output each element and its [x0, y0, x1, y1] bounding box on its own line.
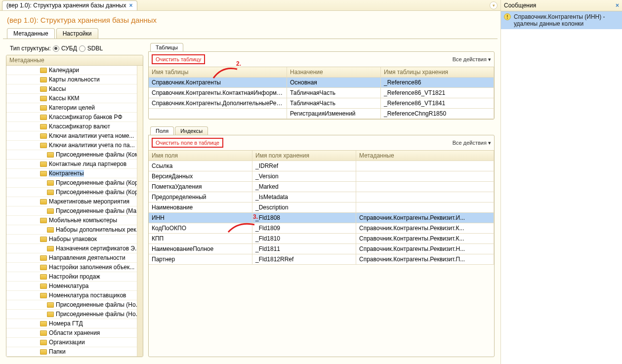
- clear-table-button[interactable]: Очистить таблицу: [152, 54, 205, 64]
- table-row[interactable]: Ссылка_IDRRef: [149, 161, 494, 171]
- all-actions-fields[interactable]: Все действия ▾: [453, 140, 491, 146]
- tree-item-label: Присоединенные файлы (Кор...: [56, 189, 137, 196]
- radio-subd[interactable]: [53, 45, 59, 52]
- structure-type-row: Тип структуры: СУБД SDBL: [6, 43, 143, 55]
- tab-fields[interactable]: Поля: [150, 126, 174, 135]
- table-row[interactable]: Справочник.КонтрагентыОсновная_Reference…: [149, 78, 494, 88]
- tree-item-label: Области хранения: [49, 329, 100, 336]
- tree-item[interactable]: Категории целей: [6, 103, 137, 113]
- catalog-icon: [47, 312, 54, 317]
- table-row[interactable]: ВерсияДанных_Version: [149, 171, 494, 182]
- tree-item-label: Номенклатура: [49, 283, 89, 289]
- table-row[interactable]: НаименованиеПолное_Fld1811Справочник.Кон…: [149, 244, 494, 254]
- tree-item[interactable]: Организации: [6, 338, 137, 347]
- table-row[interactable]: ИНН_Fld1808Справочник.Контрагенты.Реквиз…: [149, 213, 494, 223]
- table-row[interactable]: КодПоОКПО_Fld1809Справочник.Контрагенты.…: [149, 223, 494, 234]
- tree-item[interactable]: Настройки продаж: [6, 272, 137, 282]
- catalog-icon: [47, 302, 54, 308]
- col-table-name[interactable]: Имя таблицы: [149, 67, 287, 78]
- table-row[interactable]: РегистрацияИзменений_ReferenceChngR1850: [149, 109, 494, 119]
- clear-field-button[interactable]: Очистить поле в таблице: [152, 138, 223, 148]
- tree-item[interactable]: Присоединенные файлы (Но...: [6, 300, 137, 310]
- tree-item-label: Кассы ККМ: [49, 95, 80, 102]
- col-field-metadata[interactable]: Метаданные: [356, 151, 494, 161]
- catalog-icon: [40, 265, 47, 270]
- tree-item[interactable]: Присоединенные файлы (Кор...: [6, 188, 137, 197]
- catalog-icon: [40, 283, 47, 289]
- tree-item[interactable]: Классификатор банков РФ: [6, 113, 137, 122]
- table-row[interactable]: Предопределенный_IsMetadata: [149, 192, 494, 202]
- tree-item[interactable]: Маркетинговые мероприятия: [6, 197, 137, 206]
- tree-item[interactable]: Мобильные компьютеры: [6, 216, 137, 225]
- tree-item[interactable]: Классификатор валют: [6, 122, 137, 131]
- tree-item[interactable]: Номенклатура поставщиков: [6, 291, 137, 300]
- tree-item[interactable]: Присоединенные файлы (Кор...: [6, 178, 137, 188]
- tree-item[interactable]: Контрагенты: [6, 169, 137, 178]
- catalog-icon: [40, 171, 47, 176]
- col-field-name[interactable]: Имя поля: [149, 151, 252, 161]
- catalog-icon: [40, 96, 47, 101]
- tree-item[interactable]: Календари: [6, 66, 137, 75]
- catalog-icon: [40, 105, 47, 111]
- chevron-down-icon[interactable]: ▾: [490, 1, 498, 9]
- col-storage-name[interactable]: Имя таблицы хранения: [381, 67, 494, 78]
- tree-item-label: Номера ГТД: [49, 320, 83, 327]
- tree-item[interactable]: Кассы ККМ: [6, 94, 137, 103]
- table-row[interactable]: Партнер_Fld1812RRefСправочник.Контрагент…: [149, 254, 494, 265]
- tree-item-label: Карты лояльности: [49, 76, 100, 83]
- tree-item[interactable]: Настройки заполнения объек...: [6, 263, 137, 272]
- tree-item[interactable]: Контактные лица партнеров: [6, 160, 137, 169]
- tree-item-label: Категории целей: [49, 104, 95, 111]
- table-row[interactable]: ПометкаУдаления_Marked: [149, 182, 494, 192]
- tree-item-label: Направления деятельности: [49, 254, 125, 261]
- tree-item-label: Наборы упаковок: [49, 236, 97, 243]
- tree-item[interactable]: Присоединенные файлы (Но...: [6, 310, 137, 319]
- tab-tables[interactable]: Таблицы: [150, 43, 183, 51]
- scrollbar[interactable]: [137, 66, 143, 357]
- catalog-icon: [40, 124, 47, 129]
- catalog-icon: [40, 133, 47, 139]
- main-tabs: Метаданные Настройки: [0, 28, 500, 39]
- tree-item[interactable]: Назначения сертификатов Э...: [6, 244, 137, 253]
- tree-item[interactable]: Ключи аналитики учета по па...: [6, 141, 137, 150]
- metadata-tree[interactable]: КалендариКарты лояльностиКассыКассы ККМК…: [6, 66, 137, 357]
- structure-type-label: Тип структуры:: [10, 45, 51, 52]
- tree-item[interactable]: Кассы: [6, 84, 137, 94]
- tab-indexes[interactable]: Индексы: [175, 126, 208, 135]
- radio-sdbl[interactable]: [79, 45, 85, 52]
- tree-item[interactable]: Присоединенные файлы (Мар...: [6, 206, 137, 216]
- window-tab[interactable]: (вер 1.0): Структура хранения базы данны…: [2, 0, 137, 10]
- tree-item[interactable]: Наборы дополнительных рек...: [6, 225, 137, 235]
- message-item[interactable]: ! Справочник.Контрагенты (ИНН) - удалены…: [501, 11, 622, 29]
- table-row[interactable]: КПП_Fld1810Справочник.Контрагенты.Реквиз…: [149, 234, 494, 244]
- tree-item-label: Наборы дополнительных рек...: [56, 226, 137, 233]
- catalog-icon: [40, 199, 47, 204]
- tree-item[interactable]: Ключи аналитики учета номе...: [6, 131, 137, 141]
- tab-settings[interactable]: Настройки: [56, 28, 98, 39]
- tree-item[interactable]: Области хранения: [6, 328, 137, 338]
- table-row[interactable]: Справочник.Контрагенты.ДополнительныеРек…: [149, 98, 494, 109]
- tree-item[interactable]: Карты лояльности: [6, 75, 137, 84]
- catalog-icon: [40, 162, 47, 167]
- tree-item[interactable]: Наборы упаковок: [6, 235, 137, 244]
- table-row[interactable]: Справочник.Контрагенты.КонтактнаяИнформа…: [149, 88, 494, 98]
- table-row[interactable]: Наименование_Description: [149, 202, 494, 213]
- tree-item[interactable]: Папки: [6, 347, 137, 357]
- tree-item[interactable]: Номера ГТД: [6, 319, 137, 328]
- fields-grid: Имя поля Имя поля хранения Метаданные Сс…: [149, 150, 494, 265]
- message-text: Справочник.Контрагенты (ИНН) - удалены д…: [514, 13, 619, 27]
- tables-grid: Имя таблицы Назначение Имя таблицы хране…: [149, 67, 494, 119]
- tree-item-label: Классификатор банков РФ: [49, 114, 123, 121]
- tree-item[interactable]: Присоединенные файлы (Ком...: [6, 150, 137, 160]
- tab-metadata[interactable]: Метаданные: [7, 28, 55, 39]
- catalog-icon: [47, 227, 54, 233]
- tree-item[interactable]: Направления деятельности: [6, 253, 137, 263]
- messages-close-icon[interactable]: ×: [616, 2, 619, 9]
- tree-item[interactable]: Номенклатура: [6, 282, 137, 291]
- col-purpose[interactable]: Назначение: [287, 67, 381, 78]
- tree-item-label: Организации: [49, 339, 85, 346]
- catalog-icon: [40, 293, 47, 298]
- close-icon[interactable]: ×: [129, 2, 133, 9]
- col-field-storage[interactable]: Имя поля хранения: [252, 151, 356, 161]
- all-actions-tables[interactable]: Все действия ▾: [453, 56, 491, 63]
